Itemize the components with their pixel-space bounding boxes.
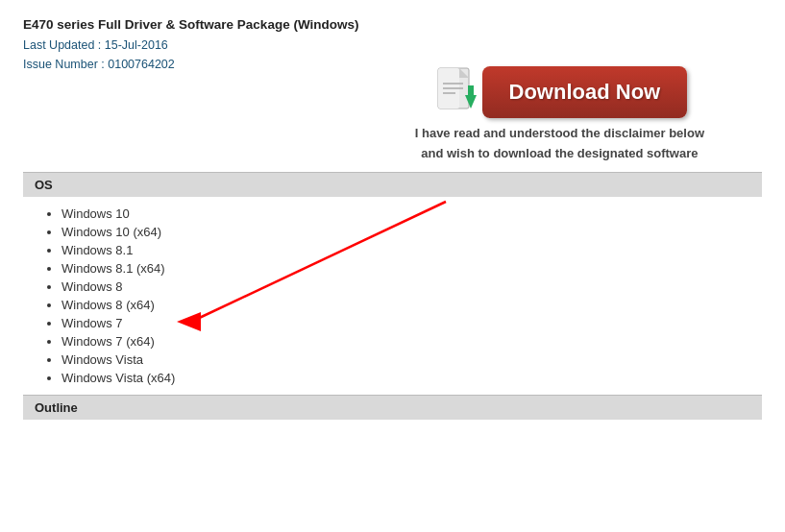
svg-rect-7 (468, 85, 474, 97)
list-item: Windows Vista (x64) (61, 369, 762, 387)
list-item: Windows 10 (x64) (61, 223, 762, 241)
outline-section-header: Outline (23, 395, 762, 420)
list-item: Windows 8.1 (x64) (61, 259, 762, 278)
list-item: Windows 7 (x64) (61, 332, 762, 351)
page-title: E470 series Full Driver & Software Packa… (23, 17, 762, 32)
list-item: Windows Vista (61, 351, 762, 369)
list-item: Windows 8.1 (61, 241, 762, 259)
disclaimer-line2: and wish to download the designated soft… (421, 146, 698, 160)
os-section-header: OS (23, 172, 762, 197)
disclaimer-line1: I have read and understood the disclaime… (415, 126, 704, 140)
download-icon (432, 64, 482, 120)
download-section: Download Now I have read and understood … (415, 64, 704, 160)
last-updated: Last Updated : 15-Jul-2016 (23, 36, 762, 55)
os-list: Windows 10 Windows 10 (x64) Windows 8.1 … (23, 197, 762, 395)
list-item: Windows 10 (61, 205, 762, 223)
os-section: OS Windows 10 Windows 10 (x64) Windows 8… (23, 172, 762, 395)
list-item: Windows 8 (61, 278, 762, 296)
list-item: Windows 8 (x64) (61, 296, 762, 314)
download-now-button[interactable]: Download Now (482, 66, 688, 118)
list-item: Windows 7 (61, 314, 762, 332)
